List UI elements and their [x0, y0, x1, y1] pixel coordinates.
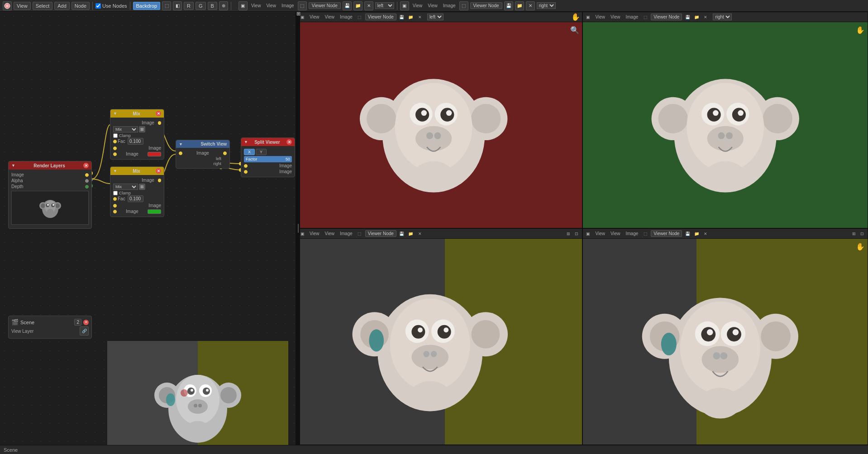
- render-layers-close[interactable]: ✕: [83, 163, 89, 168]
- viewport-bottom-right[interactable]: ▣ View View Image ⬚ Viewer Node 💾 📁 ✕ ⊞ …: [582, 228, 868, 445]
- node-canvas[interactable]: ▼ Render Layers ✕ Image Alpha Depth: [0, 12, 296, 445]
- vp-icon-2[interactable]: ⬚: [298, 1, 307, 10]
- mix-1-color-swatch[interactable]: [148, 152, 161, 156]
- vp-bl-node-icon[interactable]: ⬚: [356, 230, 363, 237]
- vp-tl-monkey: [297, 22, 582, 228]
- view-menu[interactable]: View: [14, 2, 31, 10]
- backdrop-btn[interactable]: Backdrop: [133, 2, 160, 10]
- vp-bl-view[interactable]: View: [308, 231, 321, 236]
- vp-tr-node-icon[interactable]: ⬚: [642, 14, 649, 21]
- backdrop-icon-2[interactable]: ◧: [173, 1, 182, 10]
- camera-select-1[interactable]: leftright: [375, 2, 394, 9]
- vp-bl-close-icon[interactable]: ✕: [416, 230, 424, 237]
- svg-point-26: [52, 204, 54, 206]
- add-menu[interactable]: Add: [54, 2, 70, 10]
- vp-tr-camera-select[interactable]: right: [713, 14, 732, 20]
- vp-br-view[interactable]: View: [594, 231, 607, 236]
- vp-tl-camera-select[interactable]: left: [427, 14, 444, 20]
- vp-view-4[interactable]: View: [426, 3, 439, 9]
- vertical-splitter[interactable]: [296, 12, 300, 445]
- vp-tl-view[interactable]: View: [308, 14, 321, 20]
- mix-1-mode-select[interactable]: Mix: [113, 126, 138, 132]
- mix-1-fac-input[interactable]: [128, 138, 143, 145]
- vp-bl-expand-icon-1[interactable]: ⊞: [565, 230, 572, 237]
- vp-tl-node-icon[interactable]: ⬚: [356, 14, 363, 21]
- channel-b[interactable]: B: [208, 2, 217, 10]
- vp-bl-expand-icon-2[interactable]: ⊡: [573, 230, 580, 237]
- vp-tl-close-icon[interactable]: ✕: [416, 14, 424, 21]
- mix-1-close[interactable]: ✕: [156, 111, 161, 116]
- vp-bl-folder-icon[interactable]: 📁: [407, 230, 415, 237]
- mix-2-fac-input[interactable]: [128, 195, 143, 202]
- mix-2-clamp-label: Clamp: [119, 191, 131, 195]
- mix-1-x-icon[interactable]: ⊠: [139, 126, 145, 132]
- viewport-bottom-left[interactable]: ▣ View View Image ⬚ Viewer Node 💾 📁 ✕ ⊞ …: [296, 228, 582, 445]
- close-icon-2[interactable]: ✕: [526, 1, 535, 10]
- vp-tr-close-icon[interactable]: ✕: [702, 14, 709, 21]
- vp-view-3[interactable]: View: [411, 3, 424, 9]
- split-viewer-close[interactable]: ✕: [286, 139, 292, 145]
- zoom-icon[interactable]: ⊕: [219, 1, 228, 10]
- view-layer-icon[interactable]: 🔗: [80, 326, 89, 336]
- scene-close[interactable]: ✕: [83, 320, 89, 325]
- vp-br-image[interactable]: Image: [624, 231, 640, 236]
- backdrop-icon-1[interactable]: ⬚: [162, 1, 171, 10]
- folder-icon-2[interactable]: 📁: [515, 1, 524, 10]
- sv-axis-y[interactable]: Y: [256, 149, 267, 155]
- vp-bl-image[interactable]: Image: [338, 231, 354, 236]
- vp-br-save-icon[interactable]: 💾: [684, 230, 691, 237]
- app-icon[interactable]: [3, 1, 12, 10]
- mix-2-mode-select[interactable]: Mix: [113, 184, 138, 190]
- vp-tl-zoom-icon[interactable]: 🔍: [570, 26, 579, 34]
- vp-tl-save-icon[interactable]: 💾: [398, 14, 405, 21]
- vp-tr-folder-icon[interactable]: 📁: [693, 14, 700, 21]
- sv-factor-value[interactable]: 50: [286, 157, 290, 161]
- channel-r[interactable]: R: [184, 2, 194, 10]
- vp-br-folder-icon[interactable]: 📁: [693, 230, 700, 237]
- vp-tl-folder-icon[interactable]: 📁: [407, 14, 415, 21]
- close-icon-1[interactable]: ✕: [364, 1, 373, 10]
- vp-view-1[interactable]: View: [249, 3, 263, 9]
- mix-2-color-swatch[interactable]: [148, 209, 161, 214]
- vp-icon-1[interactable]: ▣: [238, 1, 248, 10]
- channel-g[interactable]: G: [196, 2, 206, 10]
- sv-left-label: left: [179, 156, 227, 161]
- render-layers-alpha-socket: [85, 179, 89, 183]
- vp-tl-view2[interactable]: View: [323, 14, 337, 20]
- vp-br-view2[interactable]: View: [609, 231, 622, 236]
- mix-2-clamp-check[interactable]: [113, 191, 118, 195]
- vp-br-expand-icon-1[interactable]: ⊞: [850, 230, 858, 237]
- vp-br-expand-icon-2[interactable]: ⊡: [858, 230, 866, 237]
- vp-br-node-icon[interactable]: ⬚: [642, 230, 649, 237]
- mix-1-clamp-check[interactable]: [113, 133, 118, 138]
- vp-tl-image[interactable]: Image: [338, 14, 354, 20]
- vp-tr-save-icon[interactable]: 💾: [684, 14, 691, 21]
- camera-select-2[interactable]: rightleft: [537, 2, 556, 9]
- vp-tr-image[interactable]: Image: [624, 14, 640, 20]
- vp-image-1[interactable]: Image: [280, 3, 296, 9]
- vp-tr-view2[interactable]: View: [609, 14, 622, 20]
- save-icon-1[interactable]: 💾: [343, 1, 352, 10]
- sv-axis-x[interactable]: X: [244, 149, 255, 155]
- vp-tr-view[interactable]: View: [594, 14, 607, 20]
- folder-icon-1[interactable]: 📁: [353, 1, 362, 10]
- scene-num[interactable]: 2: [74, 319, 81, 326]
- vp-icon-3[interactable]: ▣: [400, 1, 409, 10]
- vp-br-editor-icon[interactable]: ▣: [585, 230, 592, 237]
- corner-splitter[interactable]: ⊞: [296, 12, 300, 15]
- viewport-top-right[interactable]: ▣ View View Image ⬚ Viewer Node 💾 📁 ✕ ri…: [582, 12, 868, 228]
- vp-br-close-icon[interactable]: ✕: [702, 230, 709, 237]
- vp-bl-save-icon[interactable]: 💾: [398, 230, 405, 237]
- vp-icon-4[interactable]: ⬚: [459, 1, 468, 10]
- vp-bl-view2[interactable]: View: [323, 231, 337, 236]
- node-menu[interactable]: Node: [72, 2, 90, 10]
- vp-image-2[interactable]: Image: [441, 3, 458, 9]
- mix-2-close[interactable]: ✕: [156, 168, 161, 174]
- mix-2-x-icon[interactable]: ⊠: [139, 184, 145, 190]
- save-icon-2[interactable]: 💾: [504, 1, 513, 10]
- vp-tr-editor-icon[interactable]: ▣: [585, 14, 592, 21]
- select-menu[interactable]: Select: [33, 2, 53, 10]
- viewport-top-left[interactable]: ▣ View View Image ⬚ Viewer Node 💾 📁 ✕ le…: [296, 12, 582, 228]
- vp-view-2[interactable]: View: [264, 3, 278, 9]
- use-nodes-checkbox[interactable]: Use Nodes: [95, 3, 127, 9]
